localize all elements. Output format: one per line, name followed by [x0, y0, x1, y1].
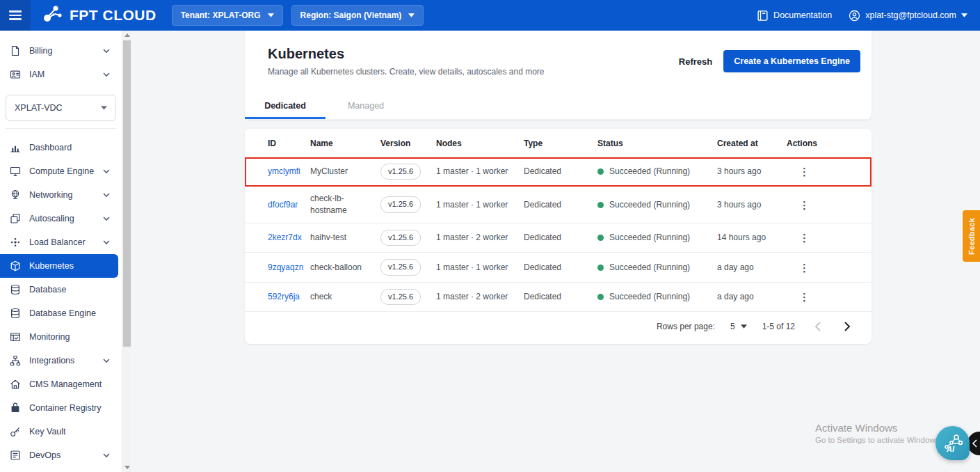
column-header-version: Version	[376, 129, 432, 157]
cluster-created-at: a day ago	[713, 253, 782, 282]
cluster-type: Dedicated	[520, 282, 593, 311]
rows-per-page-select[interactable]: 5	[730, 322, 747, 331]
sidebar-item-container-registry[interactable]: Container Registry	[0, 396, 118, 420]
cluster-name: check-balloon	[306, 253, 376, 282]
vdc-selector[interactable]: XPLAT-VDC	[6, 95, 116, 121]
sidebar-item-dashboard[interactable]: Dashboard	[0, 136, 118, 159]
row-actions-button[interactable]	[795, 260, 814, 275]
table-row: 592ry6ja check v1.25.6 1 master · 2 work…	[245, 282, 871, 311]
cluster-name: MyCluster	[306, 157, 376, 187]
vdc-selector-value: XPLAT-VDC	[15, 103, 63, 113]
integrations-icon	[10, 355, 21, 366]
status-badge: Succeeded (Running)	[597, 232, 709, 244]
book-icon	[757, 10, 769, 22]
sidebar-scrollbar[interactable]	[122, 31, 131, 472]
cluster-created-at: 14 hours ago	[713, 223, 782, 252]
create-kubernetes-button[interactable]: Create a Kubernetes Engine	[723, 50, 860, 72]
status-badge: Succeeded (Running)	[597, 262, 709, 274]
table-row: 9zqyaqzn check-balloon v1.25.6 1 master …	[245, 253, 871, 282]
column-header-actions: Actions	[782, 129, 871, 157]
table-row: ymclymfi MyCluster v1.25.6 1 master · 1 …	[245, 157, 871, 187]
cluster-created-at: 3 hours ago	[713, 157, 782, 187]
sidebar-item-key-vault[interactable]: Key Vault	[0, 420, 118, 443]
status-dot-icon	[597, 202, 604, 208]
cluster-created-at: 3 hours ago	[713, 187, 782, 223]
cluster-id-link[interactable]: ymclymfi	[268, 166, 300, 176]
region-selector[interactable]: Region: Saigon (Vietnam)	[291, 5, 424, 26]
page-range-label: 1-5 of 12	[762, 322, 795, 331]
chevron-down-icon	[103, 453, 110, 458]
chevron-down-icon	[741, 324, 747, 329]
page-header-card: Kubernetes Manage all Kubernetes cluster…	[245, 31, 871, 120]
row-actions-button[interactable]	[795, 230, 814, 245]
version-badge: v1.25.6	[380, 259, 421, 275]
column-header-nodes: Nodes	[432, 129, 520, 157]
documentation-link[interactable]: Documentation	[757, 10, 832, 22]
autoscaling-icon	[10, 213, 21, 224]
column-header-name: Name	[306, 129, 376, 157]
menu-toggle-button[interactable]	[0, 0, 31, 31]
scroll-up-icon[interactable]	[122, 31, 131, 40]
tab-dedicated[interactable]: Dedicated	[245, 93, 326, 119]
ai-assistant-button[interactable]: AI	[935, 426, 970, 460]
table-row: dfocf9ar check-lb-hostname v1.25.6 1 mas…	[245, 187, 871, 223]
chevron-down-icon	[103, 72, 110, 77]
cluster-created-at: a day ago	[713, 282, 782, 311]
sidebar-item-autoscaling[interactable]: Autoscaling	[0, 207, 118, 230]
clusters-table-card: IDNameVersionNodesTypeStatusCreated atAc…	[245, 129, 871, 344]
prev-page-button[interactable]	[814, 322, 821, 331]
sidebar-item-database[interactable]: Database	[0, 278, 118, 301]
sidebar-item-kubernetes[interactable]: Kubernetes	[0, 254, 118, 278]
sidebar-item-cms-management[interactable]: CMS Management	[0, 372, 118, 396]
cluster-id-link[interactable]: 2kezr7dx	[268, 233, 302, 242]
sidebar-item-database-engine[interactable]: Database Engine	[0, 301, 118, 325]
sidebar-item-integrations[interactable]: Integrations	[0, 349, 118, 372]
version-badge: v1.25.6	[380, 230, 421, 246]
next-page-button[interactable]	[844, 322, 851, 331]
chevron-down-icon	[408, 13, 415, 17]
compute-engine-icon	[10, 166, 21, 177]
row-actions-button[interactable]	[795, 198, 814, 212]
cluster-id-link[interactable]: 592ry6ja	[268, 292, 300, 301]
status-badge: Succeeded (Running)	[597, 291, 709, 303]
cluster-nodes: 1 master · 1 worker	[432, 157, 520, 187]
dashboard-icon	[10, 142, 21, 153]
sidebar-item-monitoring[interactable]: Monitoring	[0, 325, 118, 349]
user-menu[interactable]: xplat-stg@fptcloud.com	[849, 10, 967, 22]
version-badge: v1.25.6	[380, 289, 421, 305]
chevron-down-icon	[103, 240, 110, 245]
column-header-created-at: Created at	[713, 129, 782, 157]
sidebar-item-compute-engine[interactable]: Compute Engine	[0, 159, 118, 183]
version-badge: v1.25.6	[380, 196, 421, 212]
row-actions-button[interactable]	[795, 290, 814, 304]
scrollbar-thumb[interactable]	[123, 40, 131, 347]
sidebar-item-devops[interactable]: DevOps	[0, 443, 118, 467]
cluster-type: Dedicated	[520, 187, 593, 223]
kubernetes-icon	[10, 260, 21, 272]
status-badge: Succeeded (Running)	[597, 199, 709, 211]
cluster-id-link[interactable]: 9zqyaqzn	[268, 262, 303, 272]
scroll-down-icon[interactable]	[122, 463, 131, 472]
column-header-id: ID	[245, 129, 306, 157]
column-header-type: Type	[520, 129, 593, 157]
chevron-down-icon	[103, 193, 110, 198]
tenant-selector[interactable]: Tenant: XPLAT-ORG	[172, 5, 283, 26]
container-registry-icon	[10, 402, 21, 414]
sidebar-item-billing[interactable]: Billing	[0, 39, 118, 63]
refresh-button[interactable]: Refresh	[679, 56, 712, 67]
row-actions-button[interactable]	[795, 164, 814, 179]
status-dot-icon	[597, 235, 604, 241]
documentation-label: Documentation	[773, 10, 832, 20]
tab-managed[interactable]: Managed	[326, 93, 406, 119]
chevron-down-icon	[961, 13, 967, 17]
cluster-id-link[interactable]: dfocf9ar	[268, 200, 298, 210]
sidebar-item-load-balancer[interactable]: Load Balancer	[0, 230, 118, 254]
feedback-tab[interactable]: Feedback	[963, 210, 980, 262]
region-label: Region: Saigon (Vietnam)	[300, 10, 402, 20]
pagination: Rows per page: 5 1-5 of 12	[245, 311, 871, 343]
chevron-down-icon	[268, 13, 274, 17]
sidebar-item-iam[interactable]: IAM	[0, 63, 118, 86]
sidebar-item-networking[interactable]: Networking	[0, 183, 118, 207]
cluster-type: Dedicated	[520, 157, 593, 187]
chevron-down-icon	[101, 106, 107, 110]
